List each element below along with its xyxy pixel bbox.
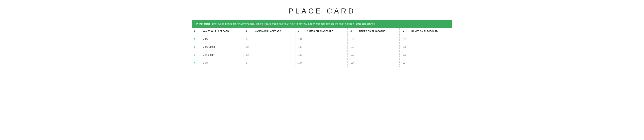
row3-col4-name[interactable] <box>358 51 400 59</box>
row3-col-sep-2 <box>295 51 297 59</box>
col2-hash-header: # <box>244 28 253 35</box>
row2-col-sep-2 <box>295 43 297 51</box>
row1-col3-num: 101 <box>297 35 305 43</box>
row1-col1-name[interactable]: Mary <box>201 35 243 43</box>
row4-col1-num: 4 <box>192 59 201 67</box>
col5-hash-header: # <box>401 28 410 35</box>
table-row: 2Mary Smith52102152202 <box>192 43 452 51</box>
row4-col4-num: 154 <box>349 59 358 67</box>
row1-col2-num: 51 <box>244 35 253 43</box>
row1-col4-num: 151 <box>349 35 358 43</box>
row4-col-sep-1 <box>243 59 244 67</box>
row2-col5-name[interactable] <box>410 43 452 51</box>
table-body: 1Mary511011512012Mary Smith521021522023M… <box>192 35 452 67</box>
col3-hash-header: # <box>297 28 305 35</box>
row4-col5-num: 204 <box>401 59 410 67</box>
row1-col-sep-3 <box>347 35 349 43</box>
row1-col5-num: 201 <box>401 35 410 43</box>
row4-col3-num: 104 <box>297 59 305 67</box>
row2-col-sep-3 <box>347 43 349 51</box>
row2-col2-name[interactable] <box>253 43 295 51</box>
table-row: 4Mum54104154204 <box>192 59 452 67</box>
row1-col-sep-4 <box>400 35 401 43</box>
col3-name-header: NAMES ON PLACECARD <box>305 28 348 35</box>
row1-col4-name[interactable] <box>358 35 400 43</box>
col4-hash-header: # <box>349 28 358 35</box>
row4-col1-name[interactable]: Mum <box>201 59 243 67</box>
row4-col4-name[interactable] <box>358 59 400 67</box>
col2-name-header: NAMES ON PLACECARD <box>253 28 295 35</box>
row3-col4-num: 153 <box>349 51 358 59</box>
col4-name-header: NAMES ON PLACECARD <box>358 28 400 35</box>
row2-col-sep-1 <box>243 43 244 51</box>
row3-col3-name[interactable] <box>305 51 348 59</box>
notice-text: Names will be printed directly as they a… <box>210 22 376 25</box>
col1-hash-header: # <box>192 28 201 35</box>
row4-col2-num: 54 <box>244 59 253 67</box>
row1-col1-num: 1 <box>192 35 201 43</box>
col1-name-header: NAMES ON PLACECARD <box>201 28 243 35</box>
row2-col4-num: 152 <box>349 43 358 51</box>
row3-col2-name[interactable] <box>253 51 295 59</box>
table-row: 1Mary51101151201 <box>192 35 452 43</box>
row3-col1-name[interactable]: Mrs. Smith <box>201 51 243 59</box>
placecard-table: # NAMES ON PLACECARD # NAMES ON PLACECAR… <box>192 28 452 67</box>
notice-bold: Please Note: <box>196 22 210 25</box>
row3-col-sep-3 <box>347 51 349 59</box>
col-separator-3 <box>347 28 349 35</box>
col-separator-1 <box>243 28 244 35</box>
row2-col1-name[interactable]: Mary Smith <box>201 43 243 51</box>
row4-col2-name[interactable] <box>253 59 295 67</box>
row3-col2-num: 53 <box>244 51 253 59</box>
notice-bar: Please Note: Names will be printed direc… <box>192 20 452 28</box>
row1-col-sep-1 <box>243 35 244 43</box>
row3-col5-name[interactable] <box>410 51 452 59</box>
row4-col-sep-2 <box>295 59 297 67</box>
row4-col-sep-4 <box>400 59 401 67</box>
row1-col3-name[interactable] <box>305 35 348 43</box>
row2-col5-num: 202 <box>401 43 410 51</box>
row3-col3-num: 103 <box>297 51 305 59</box>
row1-col2-name[interactable] <box>253 35 295 43</box>
col5-name-header: NAMES ON PLACECARD <box>410 28 452 35</box>
row3-col1-num: 3 <box>192 51 201 59</box>
row2-col2-num: 52 <box>244 43 253 51</box>
row4-col5-name[interactable] <box>410 59 452 67</box>
col-separator-2 <box>295 28 297 35</box>
row2-col3-num: 102 <box>297 43 305 51</box>
table-header-row: # NAMES ON PLACECARD # NAMES ON PLACECAR… <box>192 28 452 35</box>
col-separator-4 <box>400 28 401 35</box>
row3-col-sep-4 <box>400 51 401 59</box>
row2-col1-num: 2 <box>192 43 201 51</box>
row2-col4-name[interactable] <box>358 43 400 51</box>
page-title: PLACE CARD <box>288 7 356 15</box>
row3-col5-num: 203 <box>401 51 410 59</box>
row4-col3-name[interactable] <box>305 59 348 67</box>
row1-col5-name[interactable] <box>410 35 452 43</box>
table-wrapper: # NAMES ON PLACECARD # NAMES ON PLACECAR… <box>192 28 452 67</box>
table-row: 3Mrs. Smith53103153203 <box>192 51 452 59</box>
row4-col-sep-3 <box>347 59 349 67</box>
row2-col-sep-4 <box>400 43 401 51</box>
row3-col-sep-1 <box>243 51 244 59</box>
row2-col3-name[interactable] <box>305 43 348 51</box>
row1-col-sep-2 <box>295 35 297 43</box>
